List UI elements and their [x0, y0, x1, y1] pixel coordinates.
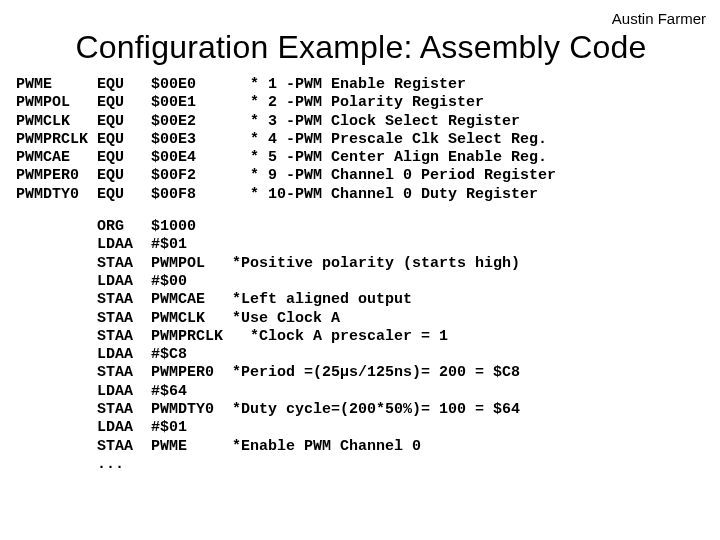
page-title: Configuration Example: Assembly Code [16, 29, 706, 66]
program-code: ORG $1000 LDAA #$01 STAA PWMPOL *Positiv… [16, 218, 706, 474]
slide: Austin Farmer Configuration Example: Ass… [0, 0, 720, 540]
author-name: Austin Farmer [16, 10, 706, 27]
equ-definitions: PWME EQU $00E0 * 1 -PWM Enable Register … [16, 76, 706, 204]
